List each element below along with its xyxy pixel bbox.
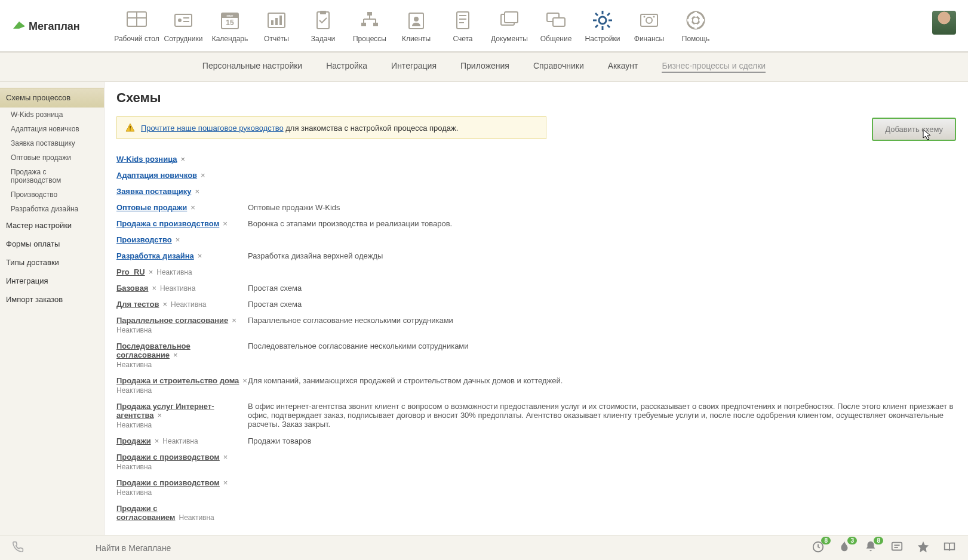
scheme-link[interactable]: Параллельное согласование xyxy=(116,316,228,325)
delete-scheme-icon[interactable]: × xyxy=(190,203,195,212)
scheme-description: Для компаний, занимающихся продажей и ст… xyxy=(248,376,956,385)
delete-scheme-icon[interactable]: × xyxy=(176,235,180,244)
delete-scheme-icon[interactable]: × xyxy=(163,300,168,309)
topnav-calendar[interactable]: март15Календарь xyxy=(207,6,253,43)
delete-scheme-icon[interactable]: × xyxy=(223,219,228,228)
scheme-link[interactable]: Заявка поставщику xyxy=(116,187,191,196)
scheme-link[interactable]: Оптовые продажи xyxy=(116,203,187,212)
topnav-tasks[interactable]: Задачи xyxy=(300,6,346,43)
topnav-help[interactable]: Помощь xyxy=(672,6,719,43)
sidebar-section[interactable]: Мастер настройки xyxy=(0,216,104,235)
delete-scheme-icon[interactable]: × xyxy=(195,187,199,196)
svg-rect-24 xyxy=(373,23,378,26)
delete-scheme-icon[interactable]: × xyxy=(149,267,153,276)
sidebar-item[interactable]: Продажа с производством xyxy=(0,165,104,187)
sidebar-section[interactable]: Схемы процессов xyxy=(0,88,104,107)
delete-scheme-icon[interactable]: × xyxy=(181,155,186,164)
inactive-label: Неактивна xyxy=(116,463,248,471)
inactive-label: Неактивна xyxy=(116,326,248,334)
sidebar-item[interactable]: Производство xyxy=(0,187,104,202)
topnav-finance[interactable]: Финансы xyxy=(626,6,672,43)
topnav-label: Процессы xyxy=(353,35,386,43)
subnav-integration[interactable]: Интеграция xyxy=(391,61,437,73)
topnav-label: Сотрудники xyxy=(164,35,203,43)
scheme-link[interactable]: Продажа услуг Интернет-агентства xyxy=(116,402,214,420)
sidebar-item[interactable]: Заявка поставщику xyxy=(0,136,104,150)
bell-icon[interactable]: 8 xyxy=(864,540,877,555)
star-icon[interactable] xyxy=(917,540,930,555)
scheme-link[interactable]: Продажи с согласованием xyxy=(116,504,176,522)
topnav-communication[interactable]: Общение xyxy=(533,6,579,43)
scheme-link[interactable]: Продажа и строительство дома xyxy=(116,376,239,385)
scheme-row: Продажи с производством×Неактивна xyxy=(116,449,956,475)
topnav-documents[interactable]: Документы xyxy=(486,6,533,43)
book-icon[interactable] xyxy=(943,540,956,555)
scheme-description: Оптовые продажи W-Kids xyxy=(248,203,956,212)
finance-icon xyxy=(637,8,661,32)
scheme-link[interactable]: Продажа с производством xyxy=(116,219,219,228)
topnav-employees[interactable]: Сотрудники xyxy=(160,6,207,43)
fire-icon[interactable]: 3 xyxy=(838,540,851,555)
avatar[interactable] xyxy=(932,11,956,35)
subnav-setup[interactable]: Настройка xyxy=(326,61,367,73)
sidebar-item[interactable]: Оптовые продажи xyxy=(0,150,104,165)
scheme-link[interactable]: Последовательное согласование xyxy=(116,341,190,359)
search-input[interactable] xyxy=(96,543,275,553)
delete-scheme-icon[interactable]: × xyxy=(152,284,156,293)
clock-icon[interactable]: 8 xyxy=(812,540,825,555)
scheme-link[interactable]: Pro_RU xyxy=(116,267,145,276)
topnav-settings[interactable]: Настройки xyxy=(579,6,626,43)
subnav-personal[interactable]: Персональные настройки xyxy=(202,61,302,73)
add-scheme-button[interactable]: Добавить схему xyxy=(872,118,956,141)
topnav-reports[interactable]: Отчёты xyxy=(253,6,300,43)
delete-scheme-icon[interactable]: × xyxy=(155,436,159,445)
scheme-link[interactable]: Для тестов xyxy=(116,300,159,309)
subnav-apps[interactable]: Приложения xyxy=(460,61,509,73)
svg-point-26 xyxy=(414,17,419,21)
delete-scheme-icon[interactable]: × xyxy=(232,316,236,325)
topnav-label: Помощь xyxy=(682,35,709,43)
delete-scheme-icon[interactable]: × xyxy=(158,411,162,420)
chat-icon[interactable] xyxy=(890,540,904,555)
subnav-account[interactable]: Аккаунт xyxy=(608,61,638,73)
delete-scheme-icon[interactable]: × xyxy=(242,376,247,385)
scheme-link[interactable]: Продажи xyxy=(116,436,151,445)
svg-rect-57 xyxy=(892,543,902,550)
sidebar-section[interactable]: Импорт заказов xyxy=(0,290,104,309)
phone-icon[interactable] xyxy=(12,541,24,555)
tasks-icon xyxy=(311,8,335,32)
topnav-desktop[interactable]: Рабочий стол xyxy=(113,6,160,43)
delete-scheme-icon[interactable]: × xyxy=(173,350,178,359)
sidebar-item[interactable]: Адаптация новичков xyxy=(0,122,104,136)
logo[interactable]: Мегаплан xyxy=(12,17,96,35)
delete-scheme-icon[interactable]: × xyxy=(223,453,228,461)
scheme-link[interactable]: Продажи с производством xyxy=(116,453,220,461)
scheme-link[interactable]: W-Kids розница xyxy=(116,155,177,164)
topnav-invoices[interactable]: Счета xyxy=(440,6,486,43)
scheme-link[interactable]: Разработка дизайна xyxy=(116,251,194,260)
delete-scheme-icon[interactable]: × xyxy=(201,171,205,180)
scheme-list: W-Kids розница×Адаптация новичков×Заявка… xyxy=(116,151,956,525)
scheme-link[interactable]: Базовая xyxy=(116,284,148,293)
delete-scheme-icon[interactable]: × xyxy=(223,478,228,487)
notice-link[interactable]: Прочтите наше пошаговое руководство xyxy=(141,124,284,133)
subnav-directories[interactable]: Справочники xyxy=(533,61,584,73)
delete-scheme-icon[interactable]: × xyxy=(198,251,202,260)
svg-rect-14 xyxy=(275,18,278,25)
scheme-link[interactable]: Производство xyxy=(116,235,172,244)
sidebar-item[interactable]: W-Kids розница xyxy=(0,107,104,122)
topnav-clients[interactable]: Клиенты xyxy=(393,6,440,43)
topnav-label: Отчёты xyxy=(264,35,289,43)
sidebar-section[interactable]: Интеграция xyxy=(0,272,104,290)
subnav-bp[interactable]: Бизнес-процессы и сделки xyxy=(662,61,766,73)
inactive-label: Неактивна xyxy=(116,421,248,429)
scheme-description: Простая схема xyxy=(248,300,956,309)
sidebar: Схемы процессовW-Kids розницаАдаптация н… xyxy=(0,82,105,536)
sidebar-section[interactable]: Формы оплаты xyxy=(0,235,104,253)
topnav-processes[interactable]: Процессы xyxy=(346,6,393,43)
invoices-icon xyxy=(451,8,475,32)
scheme-link[interactable]: Адаптация новичков xyxy=(116,171,197,180)
sidebar-item[interactable]: Разработка дизайна xyxy=(0,202,104,216)
scheme-link[interactable]: Продажи с производством xyxy=(116,478,220,487)
sidebar-section[interactable]: Типы доставки xyxy=(0,253,104,272)
